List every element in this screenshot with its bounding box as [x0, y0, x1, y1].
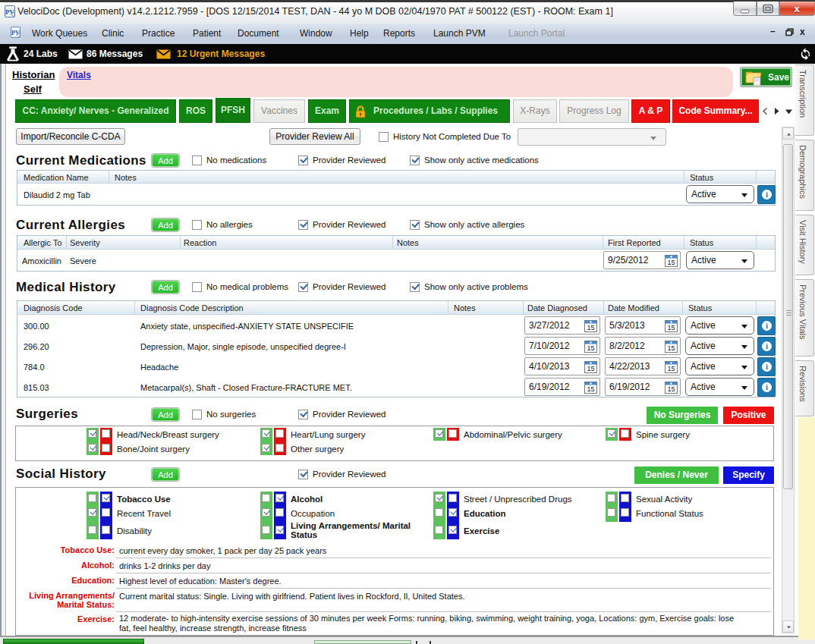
svg-text:15: 15 [667, 385, 675, 393]
svg-text:15: 15 [667, 259, 675, 266]
svg-text:15: 15 [587, 344, 594, 352]
svg-text:x: x [794, 3, 800, 14]
svg-text:15: 15 [667, 344, 675, 352]
svg-text:15: 15 [587, 365, 594, 372]
svg-text:15: 15 [587, 385, 594, 393]
svg-text:15: 15 [667, 365, 675, 372]
svg-text:15: 15 [587, 324, 594, 331]
svg-text:15: 15 [667, 324, 675, 331]
